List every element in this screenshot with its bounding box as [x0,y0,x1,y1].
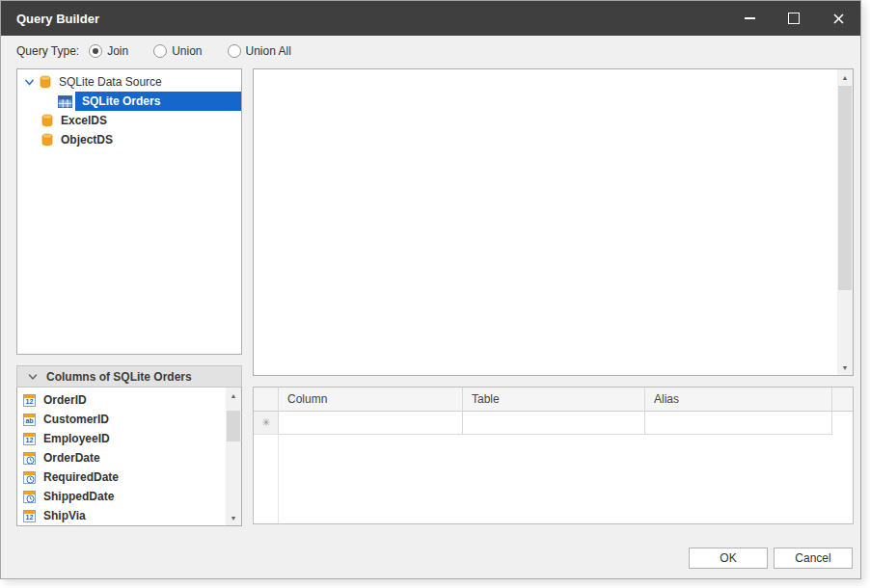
column-item-shippeddate[interactable]: ShippedDate [17,487,241,506]
column-item-label: EmployeeID [43,432,110,445]
query-builder-dialog: Query Builder Query Type: Join Unio [0,0,861,579]
tree-item-label-selected: SQLite Orders [75,92,241,111]
query-diagram-surface[interactable]: ▲ ▼ [253,68,854,376]
scrollbar-thumb[interactable] [227,411,240,441]
column-item-label: ShippedDate [43,490,114,503]
radio-union-all[interactable]: Union All [228,44,291,58]
radio-union-circle [153,44,167,58]
date-type-icon [23,491,36,503]
window-controls [727,1,860,36]
column-item-orderdate[interactable]: OrderDate [17,448,241,468]
columns-panel-header[interactable]: Columns of SQLite Orders [16,365,242,388]
title-bar: Query Builder [1,1,860,36]
radio-union-all-circle [228,44,241,58]
grid-header-column[interactable]: Column [279,388,463,411]
column-item-shipvia[interactable]: 12 ShipVia [17,506,241,525]
grid-header-table[interactable]: Table [463,388,645,411]
column-item-requireddate[interactable]: RequiredDate [17,468,241,487]
diagram-scrollbar[interactable]: ▲ ▼ [837,69,853,375]
grid-row-indicator-header [254,388,279,411]
database-icon [41,114,54,127]
columns-list: 12 OrderID ab CustomerID 12 EmployeeID O… [16,388,242,526]
grid-new-row[interactable]: ✳ [254,412,853,435]
radio-join[interactable]: Join [89,44,128,58]
radio-union[interactable]: Union [153,44,202,58]
radio-join-circle [89,44,102,58]
minimize-icon [745,17,755,19]
selected-columns-grid: Column Table Alias ✳ [253,387,854,524]
scroll-down-arrow-icon[interactable]: ▼ [226,510,241,525]
maximize-button[interactable] [772,1,816,36]
expander-chevron-down-icon[interactable] [24,77,35,88]
grid-header-extra [832,388,853,411]
scroll-up-arrow-icon[interactable]: ▲ [226,388,241,403]
grid-header-row: Column Table Alias [254,388,853,412]
columns-panel-title: Columns of SQLite Orders [46,370,192,384]
database-icon [39,75,52,89]
query-type-label: Query Type: [16,44,79,58]
scroll-down-arrow-icon[interactable]: ▼ [837,360,853,375]
tree-item-excelds[interactable]: ExcelDS [17,111,241,130]
date-type-icon [23,452,36,465]
tree-item-objectds[interactable]: ObjectDS [17,130,241,149]
scrollbar-thumb[interactable] [838,86,852,290]
tree-item-label: ExcelDS [61,114,107,127]
grid-cell-table[interactable] [463,412,645,435]
database-icon [41,133,54,147]
table-icon [58,95,72,108]
date-type-icon [23,471,36,484]
grid-cell-alias[interactable] [645,412,832,435]
grid-cell-extra [832,412,853,435]
column-item-label: ShipVia [43,509,86,522]
column-item-label: OrderDate [43,451,100,465]
columns-list-scrollbar[interactable]: ▲ ▼ [226,388,241,525]
radio-union-label: Union [172,44,202,58]
grid-header-alias[interactable]: Alias [645,388,832,411]
column-item-label: OrderID [43,393,87,407]
column-item-label: CustomerID [43,413,109,426]
datasource-tree: SQLite Data Source SQLite Orders ExcelDS [16,68,242,355]
tree-item-label: ObjectDS [61,133,113,147]
numeric-type-icon: 12 [23,433,36,445]
column-item-orderid[interactable]: 12 OrderID [17,390,241,410]
tree-item-sqlite-orders[interactable]: SQLite Orders [17,92,241,111]
text-type-icon: ab [23,414,36,426]
column-item-label: RequiredDate [43,470,119,484]
numeric-type-icon: 12 [23,394,36,407]
column-item-employeeid[interactable]: 12 EmployeeID [17,429,241,448]
query-type-row: Query Type: Join Union Union All [16,36,316,67]
maximize-icon [788,13,800,24]
grid-cell-column[interactable] [279,412,463,435]
ok-button[interactable]: OK [689,548,768,569]
close-button[interactable] [816,1,860,36]
new-row-indicator-icon: ✳ [254,412,279,435]
grid-indicator-separator [278,435,279,523]
columns-panel: Columns of SQLite Orders 12 OrderID ab C… [16,365,242,526]
close-icon [833,13,844,24]
tree-item-sqlite-data-source[interactable]: SQLite Data Source [17,72,241,92]
numeric-type-icon: 12 [23,510,36,522]
cancel-button[interactable]: Cancel [774,548,853,569]
column-item-customerid[interactable]: ab CustomerID [17,410,241,429]
minimize-button[interactable] [727,1,772,36]
scroll-up-arrow-icon[interactable]: ▲ [837,69,853,85]
radio-union-all-label: Union All [246,44,291,58]
window-title: Query Builder [1,12,99,26]
tree-item-label: SQLite Data Source [59,75,162,89]
radio-join-label: Join [107,44,128,58]
collapse-chevron-down-icon [28,373,38,381]
